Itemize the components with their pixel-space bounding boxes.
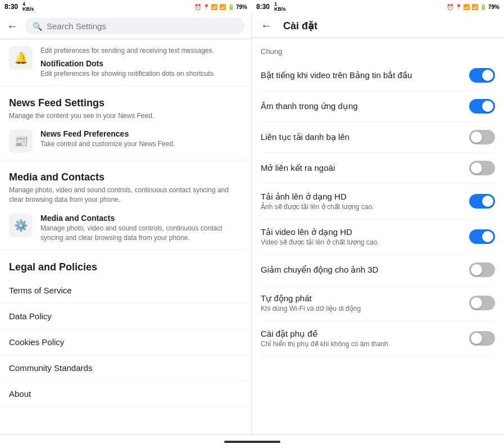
toggle-row-6: Giảm chuyển động cho ảnh 3D [261,255,495,286]
toggle-switch-2[interactable] [469,130,495,144]
toggle-switch-3[interactable] [469,161,495,175]
toggle-label-2: Liên tục tải danh bạ lên [261,132,349,142]
media-contacts-desc: Manage photo, video and sound controls, … [40,224,242,243]
toggle-thumb-2 [471,132,482,143]
nav-indicator [224,441,280,443]
toggle-switch-0[interactable] [469,68,495,83]
media-icon: ⚙️ [9,214,33,237]
news-feed-section-header: News Feed Settings Manage the content yo… [0,86,251,123]
toggle-track-1[interactable] [469,99,495,114]
cookies-policy-link[interactable]: Cookies Policy [0,329,251,355]
right-header: ← Cài đặt [252,13,504,38]
toggle-track-6[interactable] [469,263,495,277]
left-panel: ← 🔍 🔔 Edit preferences for sending and r… [0,13,252,435]
right-back-button[interactable]: ← [261,19,272,32]
toggle-row-2: Liên tục tải danh bạ lên [261,122,495,153]
toggle-track-2[interactable] [469,130,495,144]
left-status-icons: ⏰ 📍 📶 📶 🔋 79% [194,4,247,10]
toggle-row-0: Bật tiếng khi video trên Bảng tin bắt đầ… [261,60,495,91]
sub-section-title: Chung [261,38,495,60]
toggle-track-3[interactable] [469,161,495,175]
toggle-row-7: Tự động phát Khi dùng Wi-Fi và dữ liệu d… [261,286,495,321]
toggle-thumb-5 [482,231,493,242]
toggle-label-4: Tải ảnh lên ở dạng HD [261,192,374,202]
toggle-label-6: Giảm chuyển động cho ảnh 3D [261,265,378,275]
top-desc: Edit preferences for sending and receivi… [40,46,215,56]
toggle-thumb-0 [482,70,493,81]
news-feed-title: News Feed Settings [9,97,242,109]
left-back-button[interactable]: ← [7,20,18,33]
terms-of-service-link[interactable]: Terms of Service [0,278,251,304]
toggle-track-4[interactable] [469,194,495,209]
search-icon: 🔍 [33,22,42,31]
toggle-thumb-6 [471,264,482,275]
toggle-sublabel-5: Video sẽ được tải lên ở chất lượng cao. [261,238,379,246]
notification-dots-desc: Edit preferences for showing notificatio… [40,69,215,79]
toggle-label-7: Tự động phát [261,293,361,304]
left-status-bar: 8:30 4 KB/s ⏰ 📍 📶 📶 🔋 79% [0,0,252,13]
toggle-track-8[interactable] [469,331,495,346]
settings-title: Cài đặt [283,20,317,32]
right-scroll-area: Chung Bật tiếng khi video trên Bảng tin … [252,38,504,435]
legal-section-header: Legal and Policies [0,250,251,278]
media-section-header: Media and Contacts Manage photo, video a… [0,160,251,207]
toggle-label-0: Bật tiếng khi video trên Bảng tin bắt đầ… [261,70,412,80]
search-input-wrap[interactable]: 🔍 [25,18,244,34]
media-contacts-title: Media and Contacts [40,214,242,223]
legal-title: Legal and Policies [9,261,242,273]
toggle-label-1: Âm thanh trong ứng dụng [261,101,358,111]
notification-dots-title: Notification Dots [40,59,215,68]
news-feed-desc: Manage the content you see in your News … [9,111,242,121]
media-title: Media and Contacts [9,171,242,183]
toggle-thumb-7 [471,297,482,309]
right-status-bar: 8:30 1 KB/s ⏰ 📍 📶 📶 🔋 79% [252,0,504,13]
toggle-switch-4[interactable] [469,194,495,209]
toggle-sublabel-4: Ảnh sẽ được tải lên ở chất lượng cao. [261,203,374,211]
right-status-icons: ⏰ 📍 📶 📶 🔋 79% [447,4,500,10]
toggle-label-5: Tải video lên ở dạng HD [261,227,379,237]
news-feed-preferences-item[interactable]: 📰 News Feed Preferences Take control and… [0,123,251,160]
toggle-thumb-4 [482,196,493,207]
left-network: 4 KB/s [22,2,34,12]
toggle-track-0[interactable] [469,68,495,83]
toggle-row-8: Cài đặt phụ đề Chỉ hiển thị phụ đề khi k… [261,321,495,356]
about-link[interactable]: About [0,381,251,407]
toggle-sublabel-7: Khi dùng Wi-Fi và dữ liệu di động [261,305,361,313]
right-time: 8:30 [256,3,270,11]
toggle-row-4: Tải ảnh lên ở dạng HD Ảnh sẽ được tải lê… [261,184,495,219]
toggle-sublabel-8: Chỉ hiển thị phụ đề khi không có âm than… [261,340,388,348]
data-policy-link[interactable]: Data Policy [0,304,251,329]
nav-bar [0,435,504,448]
toggle-thumb-8 [471,333,482,344]
notification-dot-icon: 🔔 [9,46,33,70]
left-time: 8:30 [4,3,18,11]
news-feed-pref-desc: Take control and customize your News Fee… [40,139,175,149]
community-standards-link[interactable]: Community Standards [0,355,251,381]
media-contacts-item[interactable]: ⚙️ Media and Contacts Manage photo, vide… [0,207,251,250]
right-network: 1 KB/s [274,2,286,12]
right-battery: 79% [488,4,500,10]
list-item[interactable]: 🔔 Edit preferences for sending and recei… [0,39,251,86]
toggle-switch-8[interactable] [469,331,495,346]
right-panel: ← Cài đặt Chung Bật tiếng khi video trên… [252,13,504,435]
toggle-switch-5[interactable] [469,229,495,244]
search-bar: ← 🔍 [0,13,251,39]
toggle-thumb-3 [471,162,482,174]
toggle-row-1: Âm thanh trong ứng dụng [261,91,495,122]
toggle-track-7[interactable] [469,296,495,310]
toggle-label-8: Cài đặt phụ đề [261,329,388,339]
news-feed-icon: 📰 [9,129,33,153]
toggle-label-3: Mở liên kết ra ngoài [261,163,335,173]
toggle-switch-6[interactable] [469,263,495,277]
toggle-switch-7[interactable] [469,296,495,310]
toggle-track-5[interactable] [469,229,495,244]
toggle-switch-1[interactable] [469,99,495,114]
left-scroll-area: 🔔 Edit preferences for sending and recei… [0,39,251,435]
media-desc: Manage photo, video and sound controls, … [9,185,242,205]
left-battery: 79% [236,4,247,10]
search-input[interactable] [47,21,237,31]
toggle-row-5: Tải video lên ở dạng HD Video sẽ được tả… [261,219,495,255]
news-feed-pref-title: News Feed Preferences [40,129,175,138]
toggle-thumb-1 [482,101,493,112]
toggle-row-3: Mở liên kết ra ngoài [261,153,495,184]
